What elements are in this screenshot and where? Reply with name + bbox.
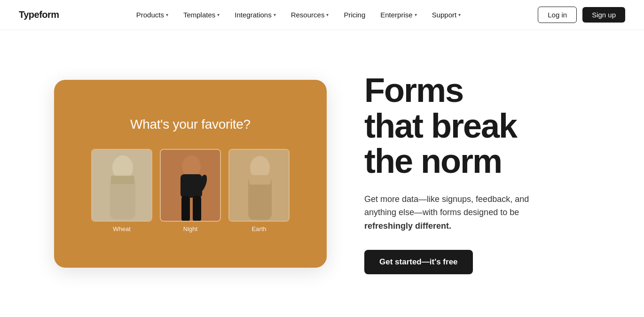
night-figure bbox=[161, 150, 221, 222]
hero-subtext: Get more data—like signups, feedback, an… bbox=[364, 193, 562, 233]
choice-wheat-label: Wheat bbox=[113, 225, 131, 232]
navbar-actions: Log in Sign up bbox=[538, 7, 625, 23]
nav-item-pricing[interactable]: Pricing bbox=[337, 7, 372, 23]
nav-label-integrations: Integrations bbox=[235, 11, 271, 19]
nav-label-support: Support bbox=[432, 11, 457, 19]
choice-wheat[interactable]: Wheat bbox=[91, 149, 152, 232]
form-preview-card: What's your favorite? Wheat bbox=[54, 80, 327, 268]
nav-item-templates[interactable]: Templates ▾ bbox=[177, 7, 226, 23]
wheat-figure bbox=[92, 150, 152, 222]
nav-item-resources[interactable]: Resources ▾ bbox=[284, 7, 336, 23]
choice-night[interactable]: Night bbox=[160, 149, 221, 232]
chevron-down-icon: ▾ bbox=[166, 12, 168, 17]
navbar: Typeform Products ▾ Templates ▾ Integrat… bbox=[0, 0, 644, 30]
nav-item-enterprise[interactable]: Enterprise ▾ bbox=[374, 7, 423, 23]
svg-rect-8 bbox=[193, 196, 201, 222]
choice-earth-label: Earth bbox=[251, 225, 266, 232]
nav-label-pricing: Pricing bbox=[344, 11, 365, 19]
chevron-down-icon: ▾ bbox=[415, 12, 417, 17]
choice-wheat-image bbox=[91, 149, 152, 222]
nav-label-resources: Resources bbox=[291, 11, 325, 19]
signup-button[interactable]: Sign up bbox=[582, 7, 625, 23]
nav-item-products[interactable]: Products ▾ bbox=[130, 7, 175, 23]
headline-line1: Forms bbox=[364, 71, 463, 109]
nav-label-enterprise: Enterprise bbox=[380, 11, 412, 19]
form-choices: Wheat bbox=[91, 149, 290, 232]
choice-night-label: Night bbox=[183, 225, 197, 232]
choice-earth-image bbox=[228, 149, 290, 222]
cta-button[interactable]: Get started—it's free bbox=[364, 250, 473, 274]
svg-rect-3 bbox=[111, 176, 134, 184]
nav-label-products: Products bbox=[136, 11, 164, 19]
form-question: What's your favorite? bbox=[130, 117, 251, 132]
nav-item-support[interactable]: Support ▾ bbox=[425, 7, 468, 23]
chevron-down-icon: ▾ bbox=[326, 12, 329, 17]
chevron-down-icon: ▾ bbox=[274, 12, 276, 17]
login-button[interactable]: Log in bbox=[538, 7, 577, 23]
nav-menu: Products ▾ Templates ▾ Integrations ▾ Re… bbox=[59, 7, 538, 23]
nav-item-integrations[interactable]: Integrations ▾ bbox=[228, 7, 282, 23]
headline-line3: the norm bbox=[364, 142, 502, 180]
svg-point-5 bbox=[182, 155, 201, 177]
hero-subtext-bold: refreshingly different. bbox=[364, 221, 451, 231]
hero-text: Forms that break the norm Get more data—… bbox=[364, 73, 590, 274]
choice-night-image bbox=[160, 149, 221, 222]
choice-earth[interactable]: Earth bbox=[228, 149, 290, 232]
hero-subtext-normal: Get more data—like signups, feedback, an… bbox=[364, 194, 529, 217]
headline-line2: that break bbox=[364, 107, 517, 145]
svg-rect-7 bbox=[181, 196, 190, 222]
earth-figure bbox=[229, 150, 290, 222]
hero-headline: Forms that break the norm bbox=[364, 73, 590, 179]
nav-label-templates: Templates bbox=[183, 11, 215, 19]
chevron-down-icon: ▾ bbox=[458, 12, 461, 17]
svg-rect-13 bbox=[249, 175, 271, 185]
chevron-down-icon: ▾ bbox=[217, 12, 220, 17]
hero-section: What's your favorite? Wheat bbox=[0, 30, 644, 317]
logo[interactable]: Typeform bbox=[19, 9, 59, 20]
